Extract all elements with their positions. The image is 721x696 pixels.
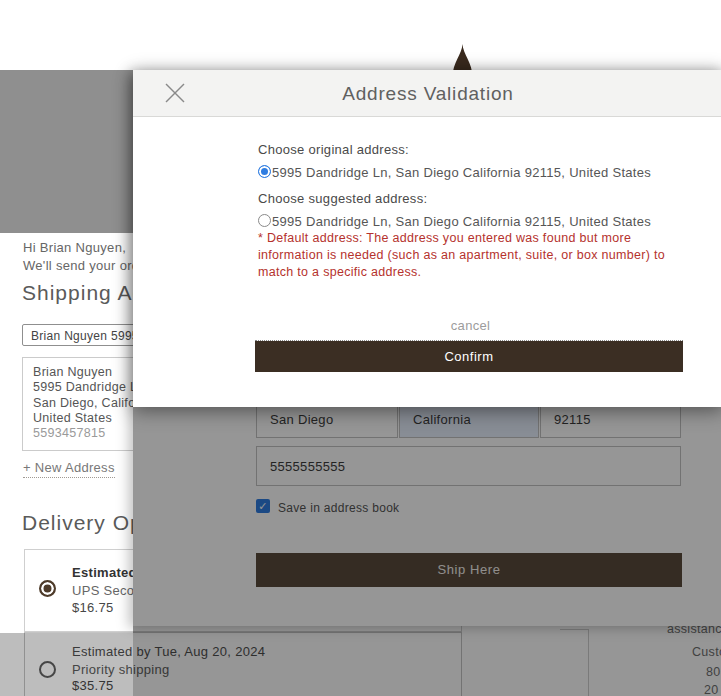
new-address-link[interactable]: + New Address <box>23 460 115 478</box>
greeting-text: Hi Brian Nguyen, <box>23 240 126 255</box>
page-dim-overlay-bottom <box>0 633 133 696</box>
original-address-radio[interactable] <box>258 165 271 178</box>
validation-note: * Default address: The address you enter… <box>258 230 686 282</box>
delivery-option-estimate: Estimated <box>72 565 137 580</box>
confirm-button[interactable]: Confirm <box>255 341 683 372</box>
delivery-options-heading: Delivery Op <box>22 511 143 535</box>
radio-selected-icon[interactable] <box>39 580 56 597</box>
suggested-address-option[interactable]: 5995 Dandridge Ln, San Diego California … <box>272 214 651 229</box>
greeting-subtext: We'll send your ord <box>23 258 139 273</box>
choose-original-label: Choose original address: <box>258 142 409 157</box>
cancel-link[interactable]: cancel <box>258 318 683 333</box>
checkout-page: Hi Brian Nguyen, We'll send your ord Shi… <box>0 0 721 696</box>
page-dim-overlay-top <box>0 70 133 233</box>
suggested-address-radio[interactable] <box>258 214 271 227</box>
modal-title: Address Validation <box>133 70 721 117</box>
delivery-option-price: $16.75 <box>72 600 114 615</box>
shipping-address-heading: Shipping Ad <box>22 281 145 305</box>
original-address-option[interactable]: 5995 Dandridge Ln, San Diego California … <box>272 165 651 180</box>
choose-suggested-label: Choose suggested address: <box>258 191 427 206</box>
modal-header: Address Validation <box>133 70 721 117</box>
address-validation-modal: Address Validation Choose original addre… <box>133 70 721 407</box>
